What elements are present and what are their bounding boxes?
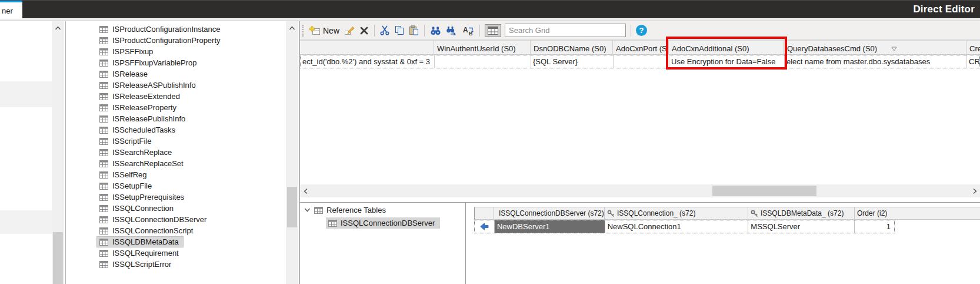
table-tree-item[interactable]: ISSQLScriptError bbox=[66, 259, 286, 270]
table-tree-item[interactable]: ISSearchReplace bbox=[66, 147, 286, 158]
grid-cell[interactable]: {SQL Server} bbox=[531, 55, 614, 68]
scroll-left-button[interactable] bbox=[300, 184, 311, 197]
grid-column-header[interactable]: WinAuthentUserId (S0) bbox=[434, 41, 531, 55]
key-icon bbox=[751, 210, 758, 217]
grid-column-header-highlighted[interactable]: AdoCxnAdditional (S0) bbox=[669, 41, 784, 55]
search-input[interactable] bbox=[505, 24, 626, 37]
find-next-button[interactable] bbox=[445, 25, 458, 37]
left-panel-scrollbar[interactable] bbox=[52, 21, 64, 284]
reference-grid-column-header[interactable]: ISSQLConnectionDBServer (s72) bbox=[494, 207, 605, 220]
grid-cell[interactable]: ect_id('dbo.%2') and sysstat & 0xf = 3 bbox=[301, 55, 435, 68]
table-tree-item[interactable]: ISSQLConnectionScript bbox=[66, 225, 286, 236]
row-marker bbox=[475, 220, 495, 233]
table-icon bbox=[99, 138, 108, 145]
edit-pencil-icon bbox=[344, 26, 355, 35]
grid-editor-panel: New bbox=[299, 21, 980, 284]
grid-view-toggle[interactable] bbox=[485, 24, 501, 37]
replace-button[interactable]: AB bbox=[462, 24, 475, 37]
scroll-up-button[interactable] bbox=[52, 23, 64, 33]
help-button[interactable]: ? bbox=[636, 25, 647, 36]
table-icon bbox=[99, 93, 108, 100]
table-tree-item[interactable]: ISProductConfigurationInstance bbox=[66, 24, 286, 35]
table-tree-item[interactable]: ISSQLConnectionDBServer bbox=[66, 214, 286, 225]
table-tree-item[interactable]: ISSearchReplaceSet bbox=[66, 158, 286, 169]
reference-grid-column-header[interactable]: ISSQLDBMetaData_ (s72) bbox=[748, 207, 855, 220]
scroll-right-button[interactable] bbox=[969, 184, 980, 197]
copy-button[interactable] bbox=[394, 24, 405, 37]
table-icon bbox=[99, 227, 108, 235]
scrollbar-thumb[interactable] bbox=[53, 232, 63, 284]
toolbar-grip[interactable] bbox=[302, 25, 305, 37]
delete-x-icon bbox=[359, 26, 369, 35]
main-grid: WinAuthentUserId (S0) DsnODBCName (S0) A… bbox=[300, 40, 980, 68]
table-tree-item[interactable]: ISRelease bbox=[66, 68, 286, 80]
table-icon bbox=[99, 60, 108, 67]
tables-tree-scrollbar[interactable] bbox=[286, 21, 298, 284]
table-tree-item[interactable]: ISProductConfigurationProperty bbox=[66, 35, 286, 46]
table-tree-item-label: ISSearchReplaceSet bbox=[112, 159, 184, 168]
copy-icon bbox=[394, 25, 404, 35]
reference-tables-node[interactable]: Reference Tables bbox=[304, 206, 386, 214]
find-button[interactable] bbox=[429, 25, 442, 37]
table-tree-item[interactable]: ISReleaseASPublishInfo bbox=[66, 80, 286, 91]
grid-toolbar: New bbox=[300, 21, 980, 40]
grid-column-header-sorted[interactable]: QueryDatabasesCmd (S0) bbox=[784, 41, 966, 55]
table-tree-item[interactable]: ISReleaseExtended bbox=[66, 91, 286, 102]
edit-record-button[interactable] bbox=[344, 25, 355, 37]
grid-cell[interactable] bbox=[435, 55, 531, 68]
table-tree-item[interactable]: ISScheduledTasks bbox=[66, 124, 286, 136]
table-grid-icon bbox=[488, 27, 498, 35]
table-tree-item-label: ISReleaseASPublishInfo bbox=[112, 81, 196, 90]
scroll-up-button[interactable] bbox=[286, 23, 298, 33]
reference-grid-cell[interactable]: 1 bbox=[855, 220, 894, 233]
chevron-up-icon bbox=[289, 26, 295, 30]
tab[interactable]: ner bbox=[0, 1, 22, 19]
table-icon bbox=[99, 71, 108, 78]
table-tree-item[interactable]: ISSQLConnection bbox=[66, 203, 286, 214]
toolbar-separator bbox=[424, 25, 425, 37]
scrollbar-thumb[interactable] bbox=[287, 187, 297, 227]
table-tree-item[interactable]: ISPSFFixupVariableProp bbox=[66, 57, 286, 68]
table-tree-item[interactable]: ISSelfReg bbox=[66, 169, 286, 180]
reference-grid-cell[interactable]: MSSQLServer bbox=[748, 220, 855, 233]
grid-column-header[interactable]: AdoCxnPort (S0) bbox=[613, 41, 669, 55]
grid-cell[interactable] bbox=[614, 55, 669, 68]
table-tree-item[interactable]: ISScriptFile bbox=[66, 136, 286, 147]
reference-grid-cell-selected[interactable]: NewDBServer1 bbox=[495, 220, 605, 233]
table-tree-item[interactable]: ISReleasePublishInfo bbox=[66, 113, 286, 124]
grid-column-header[interactable] bbox=[300, 41, 434, 55]
table-tree-item[interactable]: ISSetupPrerequisites bbox=[66, 191, 286, 203]
grid-cell-highlighted[interactable]: Use Encryption for Data=False bbox=[669, 55, 785, 68]
table-tree-item-label: ISSQLDBMetaData bbox=[112, 237, 179, 246]
table-tree-item[interactable]: ISReleaseProperty bbox=[66, 102, 286, 113]
reference-grid-column-header[interactable]: Order (i2) bbox=[855, 207, 894, 220]
reference-table-item[interactable]: ISSQLConnectionDBServer bbox=[326, 217, 440, 229]
table-tree-item-label: ISSQLConnection bbox=[112, 204, 174, 213]
grid-column-header[interactable]: Cre bbox=[966, 41, 980, 55]
cut-button[interactable] bbox=[379, 24, 390, 37]
reference-grid-row[interactable]: NewDBServer1 NewSQLConnection1 MSSQLServ… bbox=[474, 220, 895, 233]
paste-button[interactable] bbox=[408, 24, 419, 37]
table-tree-item-label: ISSQLRequirement bbox=[112, 249, 179, 257]
reference-root-label: Reference Tables bbox=[326, 206, 386, 214]
scrollbar-thumb[interactable] bbox=[712, 186, 816, 196]
grid-horizontal-scrollbar[interactable] bbox=[300, 184, 980, 197]
reference-grid: ISSQLConnectionDBServer (s72) ISSQLConne… bbox=[474, 207, 980, 233]
new-record-button[interactable]: New bbox=[309, 25, 340, 37]
table-tree-item[interactable]: ISSQLDBMetaData bbox=[66, 236, 286, 247]
list-row-highlight bbox=[0, 210, 52, 234]
table-tree-item[interactable]: ISPSFFixup bbox=[66, 46, 286, 57]
reference-grid-cell[interactable]: NewSQLConnection1 bbox=[605, 220, 749, 233]
grid-cell[interactable]: CRE bbox=[967, 55, 979, 68]
help-icon: ? bbox=[639, 26, 644, 35]
reference-grid-column-header[interactable]: ISSQLConnection_ (s72) bbox=[605, 207, 748, 220]
delete-record-button[interactable] bbox=[359, 25, 369, 37]
grid-column-header[interactable]: DsnODBCName (S0) bbox=[531, 41, 613, 55]
chevron-right-icon bbox=[973, 188, 977, 194]
grid-cell[interactable]: elect name from master.dbo.sysdatabases bbox=[785, 55, 967, 68]
table-tree-item[interactable]: ISSetupFile bbox=[66, 180, 286, 191]
panel-splitter[interactable] bbox=[65, 21, 66, 284]
grid-data-row[interactable]: ect_id('dbo.%2') and sysstat & 0xf = 3 {… bbox=[300, 55, 980, 68]
tables-tree: ISProductConfigurationInstanceISProductC… bbox=[66, 24, 286, 270]
table-tree-item[interactable]: ISSQLRequirement bbox=[66, 247, 286, 259]
